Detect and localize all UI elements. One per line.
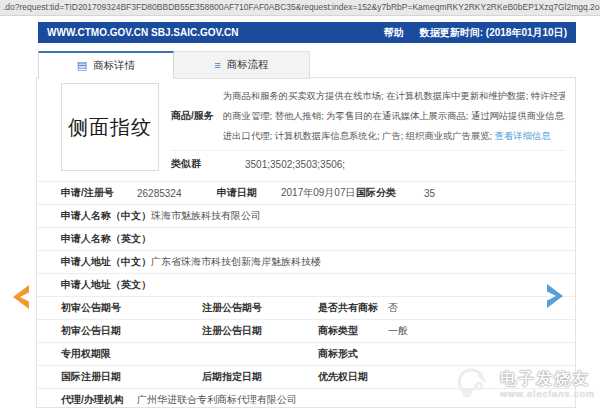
similar-group-value: 3501;3502;3503;3506; bbox=[245, 159, 345, 170]
elecfans-watermark: 电子发烧友 www.elecfans.com bbox=[457, 366, 595, 404]
trademark-summary-section: 侧面指纹 商品/服务 为商品和服务的买卖双方提供在线市场; 在计算机数据库中更新… bbox=[37, 78, 575, 181]
tab-process-label: 商标流程 bbox=[227, 58, 269, 72]
tab-bar: ▤ 商标详情 ≡ 商标流程 bbox=[38, 51, 600, 79]
reg-no-value: 26285324 bbox=[137, 188, 217, 199]
later-designation-date-label: 后期指定日期 bbox=[202, 370, 318, 384]
tab-trademark-detail[interactable]: ▤ 商标详情 bbox=[38, 51, 174, 79]
prelim-announce-no-label: 初审公告期号 bbox=[61, 301, 202, 315]
tab-detail-label: 商标详情 bbox=[93, 59, 135, 73]
similar-group-row: 类似群 3501;3502;3503;3506; bbox=[171, 150, 565, 177]
address-cn-value: 广东省珠海市科技创新海岸魅族科技楼 bbox=[151, 255, 321, 269]
chevron-left-icon bbox=[9, 283, 31, 311]
help-link[interactable]: 帮助 bbox=[384, 26, 404, 40]
applicant-cn-label: 申请人名称（中文） bbox=[61, 209, 151, 223]
table-row: 申请人名称（英文） bbox=[37, 227, 575, 250]
prelim-announce-date-label: 初审公告日期 bbox=[61, 324, 202, 338]
similar-group-label: 类似群 bbox=[171, 157, 223, 171]
priority-date-label: 优先权日期 bbox=[318, 370, 368, 384]
elecfans-site-text: www.elecfans.com bbox=[500, 389, 595, 400]
goods-line-1: 为商品和服务的买卖双方提供在线市场; 在计算机数据库中更新和维护数据; 特许经营 bbox=[223, 86, 565, 106]
table-row: 专用权期限 商标形式 bbox=[37, 342, 575, 365]
next-record-button[interactable] bbox=[545, 282, 567, 314]
intl-class-value: 35 bbox=[424, 188, 435, 199]
shared-trademark-value: 否 bbox=[388, 301, 398, 315]
table-row: 申请/注册号 26285324 申请日期 2017年09月07日 国际分类 35 bbox=[37, 181, 575, 204]
site-header-bar: WWW.CTMO.GOV.CN SBJ.SAIC.GOV.CN 帮助 数据更新时… bbox=[38, 22, 576, 43]
trademark-type-value: 一般 bbox=[388, 324, 408, 338]
table-row: 申请人名称（中文） 珠海市魅族科技有限公司 bbox=[37, 204, 575, 227]
agency-label: 代理/办理机构 bbox=[61, 393, 137, 407]
data-update-time: 数据更新时间: (2018年01月10日) bbox=[420, 26, 567, 40]
address-cn-label: 申请人地址（中文） bbox=[61, 255, 151, 269]
goods-line-3: 进出口代理; 计算机数据库信息系统化; 广告; 组织商业或广告展览; 查看详细信… bbox=[223, 126, 565, 146]
table-row: 初审公告日期 注册公告日期 商标类型 一般 bbox=[37, 319, 575, 342]
intl-class-label: 国际分类 bbox=[356, 186, 424, 200]
shared-trademark-label: 是否共有商标 bbox=[318, 301, 388, 315]
applicant-en-label: 申请人名称（英文） bbox=[61, 232, 151, 246]
prev-record-button[interactable] bbox=[9, 283, 31, 315]
goods-services-row: 商品/服务 为商品和服务的买卖双方提供在线市场; 在计算机数据库中更新和维护数据… bbox=[171, 83, 565, 150]
reg-announce-date-label: 注册公告日期 bbox=[202, 324, 318, 338]
goods-line-2: 的商业管理; 替他人推销; 为零售目的在通讯媒体上展示商品; 通过网站提供商业信… bbox=[223, 106, 565, 126]
app-date-label: 申请日期 bbox=[217, 186, 281, 200]
address-en-label: 申请人地址（英文） bbox=[61, 278, 151, 292]
table-row: 初审公告期号 注册公告期号 是否共有商标 否 bbox=[37, 296, 575, 319]
trademark-type-label: 商标类型 bbox=[318, 324, 388, 338]
site-domains: WWW.CTMO.GOV.CN SBJ.SAIC.GOV.CN bbox=[47, 27, 239, 38]
applicant-cn-value: 珠海市魅族科技有限公司 bbox=[151, 209, 261, 223]
goods-services-label: 商品/服务 bbox=[171, 109, 223, 123]
view-details-link[interactable]: 查看详细信息 bbox=[495, 131, 551, 141]
app-date-value: 2017年09月07日 bbox=[281, 186, 356, 200]
goods-services-text: 为商品和服务的买卖双方提供在线市场; 在计算机数据库中更新和维护数据; 特许经营… bbox=[223, 86, 565, 146]
elecfans-brand-text: 电子发烧友 bbox=[500, 370, 595, 388]
trademark-form-label: 商标形式 bbox=[318, 347, 358, 361]
trademark-name: 侧面指纹 bbox=[68, 114, 152, 141]
reg-no-label: 申请/注册号 bbox=[61, 186, 137, 200]
agency-value: 广州华进联合专利商标代理有限公司 bbox=[137, 393, 297, 407]
intl-reg-date-label: 国际注册日期 bbox=[61, 370, 202, 384]
table-row: 申请人地址（英文） bbox=[37, 273, 575, 296]
exclusive-period-label: 专用权期限 bbox=[61, 347, 318, 361]
browser-address-bar[interactable]: .do?request:tid=TID201709324BF3FD80BBDB5… bbox=[0, 0, 600, 16]
document-icon: ▤ bbox=[77, 60, 87, 71]
trademark-detail-panel: 侧面指纹 商品/服务 为商品和服务的买卖双方提供在线市场; 在计算机数据库中更新… bbox=[36, 77, 576, 408]
tab-trademark-process[interactable]: ≡ 商标流程 bbox=[174, 51, 310, 79]
list-icon: ≡ bbox=[214, 60, 220, 71]
trademark-image: 侧面指纹 bbox=[61, 83, 159, 171]
table-row: 申请人地址（中文） 广东省珠海市科技创新海岸魅族科技楼 bbox=[37, 250, 575, 273]
chevron-right-icon bbox=[545, 282, 567, 310]
elecfans-logo-icon bbox=[457, 366, 495, 404]
reg-announce-no-label: 注册公告期号 bbox=[202, 301, 318, 315]
